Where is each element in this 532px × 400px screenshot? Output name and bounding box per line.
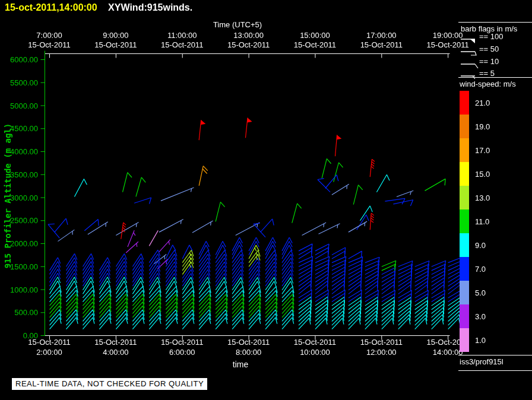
y-tick-label: 1000.00 xyxy=(0,285,38,294)
top-axis-title: Time (UTC+5) xyxy=(202,20,273,29)
bottom-tick-date: 15-Oct-2011 xyxy=(89,338,142,347)
y-tick-label: 2000.00 xyxy=(0,239,38,248)
colorbar-block xyxy=(460,186,469,209)
top-tick-date: 15-Oct-2011 xyxy=(288,40,341,49)
colorbar-value-label: 15.0 xyxy=(475,170,490,179)
barb-legend-label: == 10 xyxy=(479,57,499,66)
separator-line xyxy=(458,370,532,371)
bottom-tick-date: 15-Oct-2011 xyxy=(222,338,276,347)
separator-line xyxy=(458,22,532,23)
colorbar-block xyxy=(460,138,469,162)
top-tick-time: 17:00:00 xyxy=(354,31,408,40)
colorbar-block xyxy=(460,257,469,281)
colorbar-block xyxy=(460,209,469,233)
bottom-tick-time: 10:00:00 xyxy=(288,348,341,357)
colorbar-value-label: 9.0 xyxy=(475,241,486,250)
barb-legend-row-100: == 100 xyxy=(460,32,532,44)
barb-legend-row-5: == 5 xyxy=(460,69,532,81)
top-tick-date: 15-Oct-2011 xyxy=(23,40,76,49)
y-tick-label: 3500.00 xyxy=(0,170,38,179)
barb-legend-row-50: == 50 xyxy=(460,45,532,56)
barb-half-5-icon xyxy=(460,71,479,80)
bottom-tick-date: 15-Oct-2011 xyxy=(156,338,209,347)
title-bar: 15-oct-2011,14:00:00 XYWind:915winds. xyxy=(5,2,192,13)
colorbar-block xyxy=(460,233,469,257)
barb-flag-100-icon xyxy=(460,34,479,43)
top-tick-time: 13:00:00 xyxy=(222,31,276,40)
colorbar-block xyxy=(460,162,469,186)
colorbar-block xyxy=(460,304,469,328)
separator-line xyxy=(458,355,532,355)
colorbar-block xyxy=(460,115,469,138)
top-tick-date: 15-Oct-2011 xyxy=(156,40,209,49)
colorbar-title: wind-speed: m/s xyxy=(460,80,516,88)
colorbar-value-label: 3.0 xyxy=(475,312,486,321)
y-tick-label: 2500.00 xyxy=(0,216,38,225)
y-tick-label: 5000.00 xyxy=(0,101,38,110)
top-tick-date: 15-Oct-2011 xyxy=(222,40,276,49)
bottom-tick-time: 8:00:00 xyxy=(222,348,276,357)
realtime-data-banner: REAL-TIME DATA, NOT CHECKED FOR QUALITY xyxy=(12,378,207,390)
y-tick-label: 4000.00 xyxy=(0,147,38,156)
bottom-tick-time: 6:00:00 xyxy=(156,348,209,357)
wind-speed-colorbar xyxy=(460,91,469,352)
top-tick-time: 7:00:00 xyxy=(23,31,76,40)
colorbar-value-label: 1.0 xyxy=(475,336,486,345)
barb-legend-label: == 100 xyxy=(479,32,504,41)
colorbar-value-label: 17.0 xyxy=(475,146,490,155)
bottom-tick-date: 15-Oct-2011 xyxy=(288,338,341,347)
top-tick-time: 11:00:00 xyxy=(156,31,209,40)
barb-flag-50-icon xyxy=(460,46,479,56)
top-tick-date: 15-Oct-2011 xyxy=(89,40,142,49)
title-datetime: 15-oct-2011,14:00:00 xyxy=(5,2,97,12)
y-tick-label: 3000.00 xyxy=(0,193,38,202)
colorbar-value-label: 19.0 xyxy=(475,122,490,131)
bottom-tick-date: 15-Oct-2011 xyxy=(23,338,76,347)
y-tick-label: 4500.00 xyxy=(0,124,38,133)
colorbar-value-label: 11.0 xyxy=(475,217,489,226)
y-tick-label: 1500.00 xyxy=(0,262,38,271)
instrument-id-label: iss3/prof915l xyxy=(460,357,504,366)
wind-profiler-screen: 15-oct-2011,14:00:00 XYWind:915winds. Ti… xyxy=(0,0,532,400)
bottom-tick-time: 4:00:00 xyxy=(89,348,142,357)
colorbar-value-label: 7.0 xyxy=(475,265,486,274)
colorbar-block xyxy=(460,328,469,352)
top-tick-date: 15-Oct-2011 xyxy=(354,40,408,49)
barb-legend-label: == 5 xyxy=(479,69,495,78)
colorbar-block xyxy=(460,281,469,304)
top-tick-time: 9:00:00 xyxy=(89,31,142,40)
barb-full-10-icon xyxy=(460,59,479,68)
colorbar-value-label: 5.0 xyxy=(475,288,486,297)
colorbar-value-label: 13.0 xyxy=(475,193,490,202)
top-tick-time: 15:00:00 xyxy=(288,31,341,40)
bottom-tick-time: 12:00:00 xyxy=(354,348,408,357)
y-tick-label: 5500.00 xyxy=(0,78,38,87)
bottom-tick-time: 2:00:00 xyxy=(23,348,76,357)
barb-legend-label: == 50 xyxy=(479,45,499,53)
page-title: XYWind:915winds. xyxy=(108,2,192,12)
y-tick-label: 500.00 xyxy=(0,308,38,317)
colorbar-value-label: 21.0 xyxy=(475,99,490,107)
barb-legend-row-10: == 10 xyxy=(460,57,532,69)
bottom-tick-date: 15-Oct-2011 xyxy=(354,338,408,347)
y-tick-label: 6000.00 xyxy=(0,55,38,64)
separator-line xyxy=(458,77,532,78)
bottom-axis-title: time xyxy=(205,360,276,369)
colorbar-block xyxy=(460,91,469,115)
